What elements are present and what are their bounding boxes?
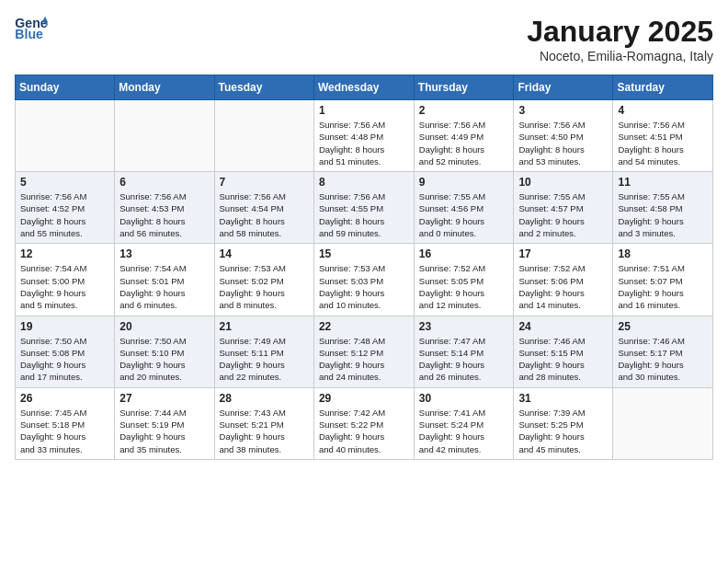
day-number: 31 (518, 392, 608, 405)
title-block: January 2025 Noceto, Emilia-Romagna, Ita… (527, 15, 713, 63)
weekday-header-sunday: Sunday (16, 75, 115, 100)
calendar-table: SundayMondayTuesdayWednesdayThursdayFrid… (15, 75, 713, 460)
calendar-cell: 13Sunrise: 7:54 AM Sunset: 5:01 PM Dayli… (115, 244, 214, 316)
day-number: 2 (419, 104, 509, 117)
logo: General Blue (15, 15, 48, 42)
calendar-cell: 23Sunrise: 7:47 AM Sunset: 5:14 PM Dayli… (414, 316, 514, 387)
day-info: Sunrise: 7:46 AM Sunset: 5:17 PM Dayligh… (618, 335, 708, 384)
day-info: Sunrise: 7:52 AM Sunset: 5:06 PM Dayligh… (518, 262, 608, 311)
day-number: 21 (220, 320, 309, 333)
calendar-cell: 7Sunrise: 7:56 AM Sunset: 4:54 PM Daylig… (214, 172, 313, 244)
day-info: Sunrise: 7:53 AM Sunset: 5:02 PM Dayligh… (220, 262, 309, 311)
logo-icon: General Blue (15, 15, 48, 42)
day-number: 8 (319, 176, 409, 189)
calendar-cell (214, 100, 313, 172)
calendar-cell: 2Sunrise: 7:56 AM Sunset: 4:49 PM Daylig… (414, 100, 514, 172)
weekday-header-tuesday: Tuesday (214, 75, 313, 100)
calendar-cell: 30Sunrise: 7:41 AM Sunset: 5:24 PM Dayli… (414, 387, 514, 459)
calendar-cell (115, 100, 214, 172)
day-info: Sunrise: 7:54 AM Sunset: 5:01 PM Dayligh… (119, 262, 209, 311)
day-info: Sunrise: 7:49 AM Sunset: 5:11 PM Dayligh… (220, 335, 309, 384)
month-title: January 2025 (527, 15, 713, 49)
calendar-cell: 28Sunrise: 7:43 AM Sunset: 5:21 PM Dayli… (214, 387, 313, 459)
calendar-cell: 21Sunrise: 7:49 AM Sunset: 5:11 PM Dayli… (214, 316, 313, 387)
day-info: Sunrise: 7:48 AM Sunset: 5:12 PM Dayligh… (319, 335, 409, 384)
calendar-cell: 20Sunrise: 7:50 AM Sunset: 5:10 PM Dayli… (115, 316, 214, 387)
svg-text:Blue: Blue (15, 27, 43, 41)
day-info: Sunrise: 7:44 AM Sunset: 5:19 PM Dayligh… (119, 407, 209, 455)
day-number: 1 (319, 104, 409, 117)
day-info: Sunrise: 7:52 AM Sunset: 5:05 PM Dayligh… (419, 262, 509, 311)
calendar-cell: 5Sunrise: 7:56 AM Sunset: 4:52 PM Daylig… (16, 172, 115, 244)
day-number: 9 (419, 176, 509, 189)
day-info: Sunrise: 7:54 AM Sunset: 5:00 PM Dayligh… (20, 262, 109, 311)
day-info: Sunrise: 7:51 AM Sunset: 5:07 PM Dayligh… (618, 262, 708, 311)
day-number: 29 (319, 392, 409, 405)
weekday-header-wednesday: Wednesday (313, 75, 414, 100)
calendar-week-row: 19Sunrise: 7:50 AM Sunset: 5:08 PM Dayli… (16, 316, 713, 387)
calendar-week-row: 12Sunrise: 7:54 AM Sunset: 5:00 PM Dayli… (16, 244, 713, 316)
calendar-cell: 3Sunrise: 7:56 AM Sunset: 4:50 PM Daylig… (514, 100, 613, 172)
day-number: 5 (20, 176, 109, 189)
day-number: 13 (119, 247, 209, 260)
calendar-cell: 16Sunrise: 7:52 AM Sunset: 5:05 PM Dayli… (414, 244, 514, 316)
page: General Blue January 2025 Noceto, Emilia… (0, 0, 728, 475)
day-info: Sunrise: 7:50 AM Sunset: 5:08 PM Dayligh… (20, 335, 109, 384)
day-number: 18 (618, 247, 708, 260)
day-info: Sunrise: 7:55 AM Sunset: 4:57 PM Dayligh… (518, 190, 608, 239)
calendar-cell (16, 100, 115, 172)
day-number: 14 (220, 247, 309, 260)
calendar-cell: 4Sunrise: 7:56 AM Sunset: 4:51 PM Daylig… (613, 100, 713, 172)
day-info: Sunrise: 7:41 AM Sunset: 5:24 PM Dayligh… (419, 407, 509, 455)
calendar-cell: 24Sunrise: 7:46 AM Sunset: 5:15 PM Dayli… (514, 316, 613, 387)
weekday-header-row: SundayMondayTuesdayWednesdayThursdayFrid… (16, 75, 713, 100)
calendar-cell: 12Sunrise: 7:54 AM Sunset: 5:00 PM Dayli… (16, 244, 115, 316)
day-info: Sunrise: 7:56 AM Sunset: 4:52 PM Dayligh… (20, 190, 109, 239)
day-number: 4 (618, 104, 708, 117)
day-info: Sunrise: 7:56 AM Sunset: 4:48 PM Dayligh… (319, 119, 409, 167)
day-info: Sunrise: 7:53 AM Sunset: 5:03 PM Dayligh… (319, 262, 409, 311)
day-number: 15 (319, 247, 409, 260)
calendar-cell: 17Sunrise: 7:52 AM Sunset: 5:06 PM Dayli… (514, 244, 613, 316)
calendar-cell: 11Sunrise: 7:55 AM Sunset: 4:58 PM Dayli… (613, 172, 713, 244)
day-info: Sunrise: 7:56 AM Sunset: 4:55 PM Dayligh… (319, 190, 409, 239)
weekday-header-friday: Friday (514, 75, 613, 100)
day-number: 12 (20, 247, 109, 260)
day-info: Sunrise: 7:47 AM Sunset: 5:14 PM Dayligh… (419, 335, 509, 384)
day-number: 19 (20, 320, 109, 333)
weekday-header-monday: Monday (115, 75, 214, 100)
calendar-cell: 15Sunrise: 7:53 AM Sunset: 5:03 PM Dayli… (313, 244, 414, 316)
day-info: Sunrise: 7:56 AM Sunset: 4:49 PM Dayligh… (419, 119, 509, 167)
day-number: 22 (319, 320, 409, 333)
calendar-cell: 25Sunrise: 7:46 AM Sunset: 5:17 PM Dayli… (613, 316, 713, 387)
calendar-cell: 14Sunrise: 7:53 AM Sunset: 5:02 PM Dayli… (214, 244, 313, 316)
day-info: Sunrise: 7:56 AM Sunset: 4:54 PM Dayligh… (220, 190, 309, 239)
day-info: Sunrise: 7:42 AM Sunset: 5:22 PM Dayligh… (319, 407, 409, 455)
calendar-week-row: 26Sunrise: 7:45 AM Sunset: 5:18 PM Dayli… (16, 387, 713, 459)
calendar-cell: 1Sunrise: 7:56 AM Sunset: 4:48 PM Daylig… (313, 100, 414, 172)
day-info: Sunrise: 7:55 AM Sunset: 4:58 PM Dayligh… (618, 190, 708, 239)
calendar-cell: 19Sunrise: 7:50 AM Sunset: 5:08 PM Dayli… (16, 316, 115, 387)
calendar-cell: 22Sunrise: 7:48 AM Sunset: 5:12 PM Dayli… (313, 316, 414, 387)
calendar-cell: 10Sunrise: 7:55 AM Sunset: 4:57 PM Dayli… (514, 172, 613, 244)
day-info: Sunrise: 7:46 AM Sunset: 5:15 PM Dayligh… (518, 335, 608, 384)
calendar-cell: 6Sunrise: 7:56 AM Sunset: 4:53 PM Daylig… (115, 172, 214, 244)
day-number: 7 (220, 176, 309, 189)
calendar-cell: 27Sunrise: 7:44 AM Sunset: 5:19 PM Dayli… (115, 387, 214, 459)
day-number: 3 (518, 104, 608, 117)
calendar-cell: 18Sunrise: 7:51 AM Sunset: 5:07 PM Dayli… (613, 244, 713, 316)
day-number: 28 (220, 392, 309, 405)
day-info: Sunrise: 7:56 AM Sunset: 4:53 PM Dayligh… (119, 190, 209, 239)
weekday-header-saturday: Saturday (613, 75, 713, 100)
day-info: Sunrise: 7:39 AM Sunset: 5:25 PM Dayligh… (518, 407, 608, 455)
calendar-week-row: 1Sunrise: 7:56 AM Sunset: 4:48 PM Daylig… (16, 100, 713, 172)
day-number: 11 (618, 176, 708, 189)
calendar-cell: 8Sunrise: 7:56 AM Sunset: 4:55 PM Daylig… (313, 172, 414, 244)
day-number: 26 (20, 392, 109, 405)
day-info: Sunrise: 7:55 AM Sunset: 4:56 PM Dayligh… (419, 190, 509, 239)
day-number: 25 (618, 320, 708, 333)
day-info: Sunrise: 7:56 AM Sunset: 4:51 PM Dayligh… (618, 119, 708, 167)
calendar-cell: 9Sunrise: 7:55 AM Sunset: 4:56 PM Daylig… (414, 172, 514, 244)
calendar-cell: 29Sunrise: 7:42 AM Sunset: 5:22 PM Dayli… (313, 387, 414, 459)
calendar-week-row: 5Sunrise: 7:56 AM Sunset: 4:52 PM Daylig… (16, 172, 713, 244)
